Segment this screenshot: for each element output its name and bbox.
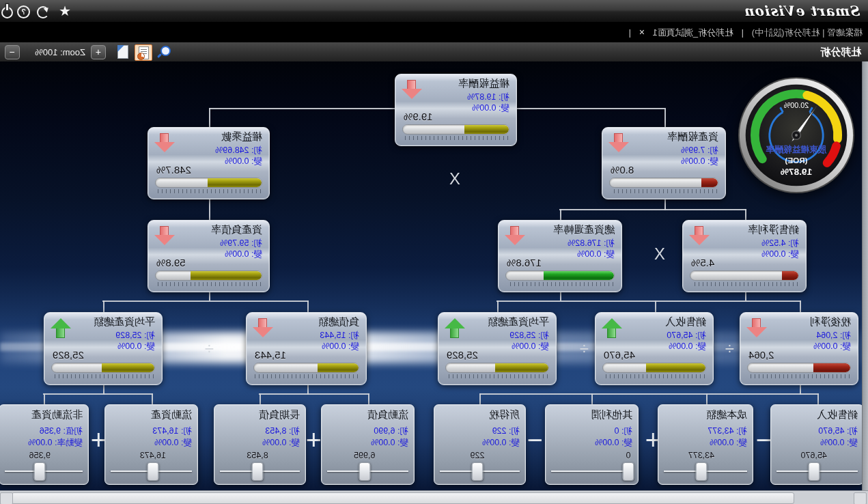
node-leaf-income-tax[interactable]: 所得稅 初: 229 變: 0.00% 229 — [434, 404, 526, 485]
change-value: 變: 0.00% — [262, 437, 300, 449]
connector-line — [43, 393, 153, 395]
node-leaf-noncurrent-assets[interactable]: 非流動資產 初值: 9,356 變動率: 0.00% 9,356 — [0, 404, 89, 485]
tab-label[interactable]: 杜邦分析_測試頁面1 — [653, 27, 733, 38]
change-value: 變: 0.00% — [813, 341, 851, 352]
progress-bar — [155, 178, 262, 188]
node-leaf-current-assets[interactable]: 流動資產 初: 16,473 變: 0.00% 16,473 — [104, 404, 198, 485]
report-tool-icon[interactable] — [135, 44, 152, 61]
search-tool-icon[interactable] — [156, 44, 172, 59]
tab-close-icon[interactable]: × — [639, 27, 645, 38]
value-slider[interactable]: 45,670 — [776, 471, 858, 472]
page-tab[interactable]: | 杜邦分析_測試頁面1 × | — [626, 27, 746, 39]
change-value: 變: 0.00% — [577, 249, 615, 260]
node-total-liabilities[interactable]: 負債總額 初: 15,443 變: 0.00% 15,443 — [246, 312, 367, 385]
connector-line — [497, 300, 499, 312]
current-value: 25,829 — [447, 349, 478, 361]
change-value: 變: 0.00% — [225, 249, 262, 260]
node-avg-assets-left[interactable]: 平均資產總額 初: 25,829 變: 0.00% 25,829 — [44, 312, 163, 385]
subtract-operator: − — [756, 425, 772, 456]
connector-line — [479, 393, 481, 404]
node-roa[interactable]: 資產報酬率 初: 7.99% 變: 0.00% 8.0% — [602, 127, 726, 199]
zoom-in-button[interactable]: + — [91, 45, 106, 59]
node-title: 權益報酬率 — [458, 77, 509, 90]
node-avg-assets-right[interactable]: 平均資產總額 初: 25,829 變: 0.00% 25,829 — [438, 312, 557, 385]
power-icon[interactable] — [1, 7, 13, 18]
change-value: 變: 0.00% — [595, 437, 632, 449]
trend-down-icon — [746, 318, 767, 339]
value-slider[interactable]: 6,995 — [327, 471, 408, 472]
current-value: 176.8% — [507, 257, 542, 268]
favorite-star-icon[interactable]: ★ — [58, 4, 72, 18]
current-value: 2,064 — [748, 349, 774, 361]
slider-thumb[interactable] — [623, 462, 634, 481]
scroll-right-button[interactable] — [0, 492, 13, 504]
node-debt-ratio[interactable]: 資產負債率 初: 59.79% 變: 0.00% 59.8% — [148, 220, 270, 292]
slider-thumb[interactable] — [252, 462, 264, 481]
horizontal-scrollbar[interactable] — [0, 490, 868, 504]
breadcrumb[interactable]: 檔案總管 | 杜邦分析(設計中) — [752, 27, 863, 39]
node-leaf-sales-revenue[interactable]: 銷售收入 初: 45,670 變: 0.00% 45,670 — [770, 404, 864, 485]
value-slider[interactable]: 16,473 — [111, 471, 192, 472]
refresh-icon[interactable] — [37, 6, 49, 18]
help-icon[interactable]: ? — [17, 5, 30, 18]
roe-gauge[interactable]: 20.00% 股東權益報酬率 (ROE) 19.87% — [736, 75, 856, 195]
change-value: 變: 0.00% — [117, 341, 155, 352]
initial-value: 初: 7.99% — [681, 145, 718, 156]
value-slider[interactable]: 8,453 — [220, 471, 300, 472]
change-value: 變: 0.00% — [225, 156, 262, 167]
progress-fill — [782, 271, 798, 280]
slider-thumb[interactable] — [808, 462, 820, 481]
divide-operator: ÷ — [725, 339, 734, 359]
node-leaf-current-liabilities[interactable]: 流動負債 初: 6,990 變: 0.00% 6,995 — [321, 404, 415, 485]
scroll-left-button[interactable] — [854, 492, 867, 504]
connector-line — [516, 108, 664, 109]
node-leaf-total-cost[interactable]: 成本總額 初: 43,377 變: 0.00% 43,377 — [658, 404, 753, 485]
progress-fill — [544, 271, 614, 280]
initial-value: 初: 0 — [615, 425, 632, 437]
connector-line — [152, 393, 153, 404]
connector-line — [664, 108, 666, 128]
node-asset-turnover[interactable]: 總資產週轉率 初: 176.82% 變: 0.00% 176.8% — [498, 220, 622, 292]
slider-thumb[interactable] — [695, 462, 707, 481]
slider-value: 229 — [471, 451, 485, 460]
dupont-canvas[interactable]: 20.00% 股東權益報酬率 (ROE) 19.87% — [0, 61, 868, 490]
slider-thumb[interactable] — [34, 462, 46, 481]
node-equity-multiplier[interactable]: 權益乘數 初: 248.69% 變: 0.00% 248.7% — [148, 127, 270, 199]
node-title: 權益乘數 — [221, 130, 262, 143]
node-title: 資產報酬率 — [667, 130, 718, 143]
slider-value: 9,356 — [29, 451, 51, 460]
value-slider[interactable]: 229 — [440, 471, 520, 472]
node-net-profit[interactable]: 稅後淨利 初: 2,064 變: 0.00% 2,064 — [740, 312, 858, 385]
node-title: 流動負債 — [367, 408, 408, 421]
connector-line — [479, 393, 819, 395]
new-page-tool-icon[interactable] — [114, 44, 130, 59]
node-roe[interactable]: 權益報酬率 初: 19.87% 變: 0.00% 19.9% — [395, 74, 517, 146]
initial-value: 初: 15,443 — [320, 330, 359, 341]
progress-bar — [609, 178, 718, 188]
node-leaf-longterm-liabilities[interactable]: 長期負債 初: 8,453 變: 0.00% 8,453 — [214, 404, 306, 485]
initial-value: 初: 248.69% — [215, 145, 262, 156]
pie-chart-icon — [137, 53, 145, 60]
value-slider[interactable]: 9,356 — [5, 471, 83, 472]
change-value: 變: 0.00% — [154, 437, 192, 449]
progress-fill — [701, 178, 718, 187]
node-sales-revenue-mid[interactable]: 銷售收入 初: 45,670 變: 0.00% 45,670 — [595, 312, 714, 385]
slider-thumb[interactable] — [359, 462, 370, 481]
node-leaf-other-profit[interactable]: 其他利潤 初: 0 變: 0.00% 0 — [545, 404, 639, 485]
connector-line — [307, 300, 309, 312]
progress-fill — [813, 363, 850, 372]
scrollbar-thumb[interactable] — [12, 492, 794, 504]
node-net-margin[interactable]: 銷售淨利率 初: 4.52% 變: 0.00% 4.5% — [682, 220, 807, 292]
vertical-scrollbar[interactable] — [862, 61, 868, 490]
node-title: 其他利潤 — [591, 408, 632, 421]
add-operator: + — [306, 425, 322, 456]
report-doc-icon — [139, 46, 149, 59]
gauge-title: 股東權益報酬率 — [766, 144, 827, 154]
slider-thumb[interactable] — [472, 462, 484, 481]
slider-thumb[interactable] — [147, 462, 158, 481]
value-slider[interactable]: 0 — [551, 471, 632, 472]
progress-bar — [253, 363, 359, 373]
zoom-out-button[interactable]: − — [5, 45, 20, 59]
connector-line — [496, 300, 801, 302]
value-slider[interactable]: 43,377 — [664, 471, 747, 472]
